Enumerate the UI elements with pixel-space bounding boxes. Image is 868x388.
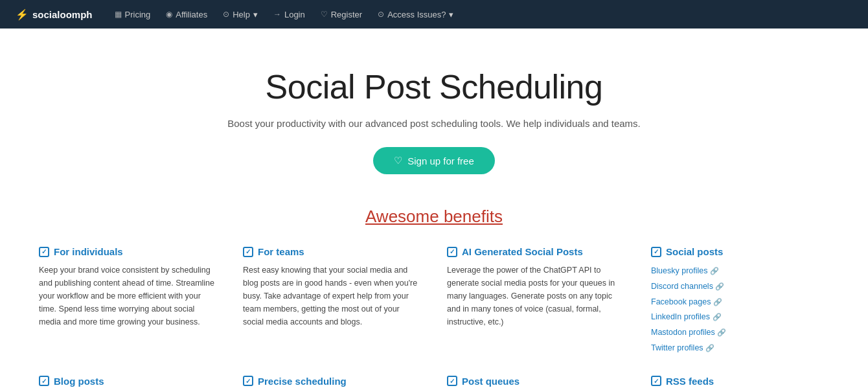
nav-register[interactable]: ♡ Register (314, 7, 369, 22)
benefit-individuals: ✓ For individuals Keep your brand voice … (39, 246, 217, 356)
brand-icon: ⚡ (16, 8, 29, 21)
benefit-post-queues-heading: ✓ Post queues (447, 376, 625, 387)
check-icon-queues: ✓ (447, 376, 457, 386)
register-icon: ♡ (321, 10, 328, 19)
signup-button[interactable]: ♡ Sign up for free (373, 147, 495, 174)
check-icon-rss: ✓ (651, 376, 661, 386)
check-icon-social: ✓ (651, 247, 661, 257)
main-nav: ⚡ socialoomph ▦ Pricing ◉ Affiliates ⊙ H… (0, 0, 868, 29)
brand-name: socialoomph (32, 9, 93, 20)
benefit-blog-posts: ✓ Blog posts Tumblr blogs 🔗 WordPress.co… (39, 376, 217, 389)
benefit-rss-feeds-heading: ✓ RSS feeds (651, 376, 829, 387)
benefit-ai-posts: ✓ AI Generated Social Posts Leverage the… (447, 246, 625, 356)
benefits-grid: ✓ For individuals Keep your brand voice … (39, 246, 829, 388)
link-icon-bluesky: 🔗 (710, 267, 719, 275)
benefit-scheduling-heading: ✓ Precise scheduling (243, 376, 421, 387)
benefit-ai-posts-heading: ✓ AI Generated Social Posts (447, 246, 625, 257)
benefits-section: Awesome benefits ✓ For individuals Keep … (0, 200, 868, 388)
nav-access-issues[interactable]: ⊙ Access Issues? ▾ (371, 7, 460, 22)
benefit-individuals-text: Keep your brand voice consistent by sche… (39, 264, 217, 328)
check-icon-teams: ✓ (243, 247, 253, 257)
check-icon-ai: ✓ (447, 247, 457, 257)
login-icon: → (273, 10, 281, 19)
nav-affiliates[interactable]: ◉ Affiliates (159, 7, 214, 22)
check-icon-blog: ✓ (39, 376, 49, 386)
link-icon-mastodon: 🔗 (717, 328, 726, 336)
access-dropdown-icon: ▾ (449, 10, 453, 19)
benefit-teams: ✓ For teams Rest easy knowing that your … (243, 246, 421, 356)
benefit-rss-feeds: ✓ RSS feeds Automatically create social … (651, 376, 829, 389)
nav-help[interactable]: ⊙ Help ▾ (216, 7, 264, 22)
link-discord[interactable]: Discord channels 🔗 (651, 279, 829, 295)
link-icon-discord: 🔗 (715, 282, 724, 290)
check-icon-scheduling: ✓ (243, 376, 253, 386)
hero-section: Social Post Scheduling Boost your produc… (0, 29, 868, 200)
signup-heart-icon: ♡ (394, 155, 402, 166)
check-icon-individuals: ✓ (39, 247, 49, 257)
benefit-teams-heading: ✓ For teams (243, 246, 421, 257)
benefit-social-posts-heading: ✓ Social posts (651, 246, 829, 257)
benefit-post-queues: ✓ Post queues Automatically feed your so… (447, 376, 625, 389)
access-issues-icon: ⊙ (378, 10, 384, 19)
pricing-icon: ▦ (115, 10, 122, 19)
link-twitter[interactable]: Twitter profiles 🔗 (651, 341, 829, 356)
benefit-scheduling: ✓ Precise scheduling Control the timing … (243, 376, 421, 389)
hero-subtitle: Boost your productivity with our advance… (13, 118, 855, 129)
link-icon-facebook: 🔗 (713, 298, 722, 306)
affiliates-icon: ◉ (166, 10, 172, 19)
link-mastodon[interactable]: Mastodon profiles 🔗 (651, 325, 829, 341)
hero-title: Social Post Scheduling (13, 67, 855, 106)
benefit-teams-text: Rest easy knowing that your social media… (243, 264, 421, 328)
nav-pricing[interactable]: ▦ Pricing (108, 7, 157, 22)
brand-logo[interactable]: ⚡ socialoomph (16, 8, 93, 21)
link-icon-twitter: 🔗 (705, 344, 714, 352)
nav-login[interactable]: → Login (267, 7, 312, 22)
benefits-title: Awesome benefits (39, 207, 829, 227)
benefit-social-posts: ✓ Social posts Bluesky profiles 🔗 Discor… (651, 246, 829, 356)
link-bluesky[interactable]: Bluesky profiles 🔗 (651, 264, 829, 279)
help-icon: ⊙ (223, 10, 229, 19)
link-linkedin[interactable]: LinkedIn profiles 🔗 (651, 310, 829, 325)
link-icon-linkedin: 🔗 (713, 313, 722, 321)
link-facebook[interactable]: Facebook pages 🔗 (651, 295, 829, 310)
benefit-ai-posts-text: Leverage the power of the ChatGPT API to… (447, 264, 625, 328)
benefit-blog-posts-heading: ✓ Blog posts (39, 376, 217, 387)
benefit-individuals-heading: ✓ For individuals (39, 246, 217, 257)
help-dropdown-icon: ▾ (253, 10, 258, 19)
